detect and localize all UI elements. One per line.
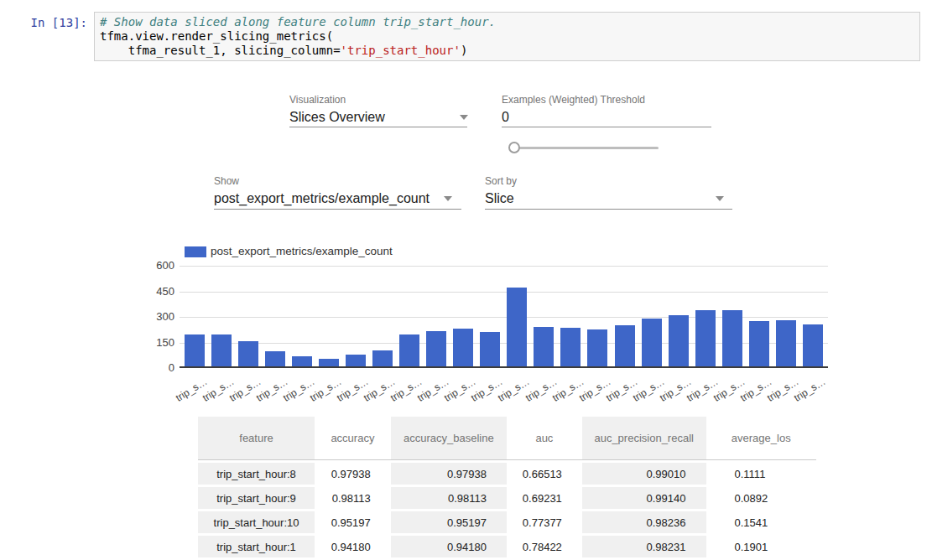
table-cell: 0.99140 xyxy=(582,487,706,511)
table-cell: 0.1541 xyxy=(706,511,817,536)
table-header-row: featureaccuracyaccuracy_baselineaucauc_p… xyxy=(198,417,816,460)
table-cell: 0.66513 xyxy=(507,460,582,487)
column-header[interactable]: accuracy xyxy=(315,417,391,460)
table-row[interactable]: trip_start_hour:100.951970.951970.773770… xyxy=(198,511,816,536)
bar[interactable] xyxy=(776,320,796,366)
code-string: 'trip_start_hour' xyxy=(341,44,461,57)
threshold-input[interactable] xyxy=(502,110,710,125)
metrics-table: featureaccuracyaccuracy_baselineaucauc_p… xyxy=(198,417,816,560)
table-cell: 0.1901 xyxy=(706,536,817,560)
legend-swatch xyxy=(185,246,206,257)
cell-prompt: In [13]: xyxy=(25,16,87,29)
column-header[interactable]: average_los xyxy=(706,417,817,460)
x-axis-baseline xyxy=(180,366,828,368)
table-row[interactable]: trip_start_hour:90.981130.981130.692310.… xyxy=(198,487,816,511)
chevron-down-icon xyxy=(716,196,724,201)
bar[interactable] xyxy=(238,341,258,366)
bar[interactable] xyxy=(265,351,285,366)
code-input-area[interactable]: # Show data sliced along feature column … xyxy=(94,12,920,61)
underline xyxy=(485,209,732,210)
table-cell: 0.1111 xyxy=(706,460,817,487)
table-cell: trip_start_hour:9 xyxy=(198,487,315,511)
metrics-table-container: featureaccuracyaccuracy_baselineaucauc_p… xyxy=(198,417,816,560)
y-tick-label: 600 xyxy=(143,260,174,272)
legend-label: post_export_metrics/example_count xyxy=(211,245,393,257)
y-tick-label: 300 xyxy=(143,311,174,323)
code-comment: # Show data sliced along feature column … xyxy=(100,15,496,29)
underline xyxy=(289,127,467,127)
threshold-label: Examples (Weighted) Threshold xyxy=(502,94,645,106)
visualization-label: Visualization xyxy=(289,94,346,106)
show-value: post_export_metrics/example_count xyxy=(214,191,430,206)
table-cell: 0.98236 xyxy=(582,511,706,536)
underline xyxy=(214,209,461,210)
table-cell: trip_start_hour:8 xyxy=(198,460,315,487)
y-tick-label: 150 xyxy=(143,337,174,349)
underline xyxy=(502,127,711,127)
y-tick-label: 450 xyxy=(143,286,174,298)
bar[interactable] xyxy=(319,359,339,366)
bar[interactable] xyxy=(480,332,500,366)
bar[interactable] xyxy=(722,310,742,366)
bar[interactable] xyxy=(587,329,607,366)
table-cell: 0.78422 xyxy=(507,536,582,560)
bar[interactable] xyxy=(669,315,689,366)
sort-by-label: Sort by xyxy=(485,175,517,187)
sort-by-value: Slice xyxy=(485,191,514,206)
show-label: Show xyxy=(214,175,239,187)
code-text: # Show data sliced along feature column … xyxy=(100,15,914,58)
table-cell: 0.98113 xyxy=(315,487,391,511)
table-body: trip_start_hour:80.979380.979380.665130.… xyxy=(198,460,816,560)
table-cell: 0.98113 xyxy=(391,487,507,511)
table-cell: 0.99010 xyxy=(582,460,706,487)
bar[interactable] xyxy=(426,331,446,366)
bar[interactable] xyxy=(399,334,419,366)
table-cell: trip_start_hour:1 xyxy=(198,536,315,560)
bars xyxy=(180,266,828,366)
chevron-down-icon xyxy=(444,196,452,201)
bar[interactable] xyxy=(695,310,716,366)
bar[interactable] xyxy=(615,325,635,366)
visualization-value: Slices Overview xyxy=(289,110,385,125)
bar[interactable] xyxy=(453,329,473,366)
table-cell: 0.95197 xyxy=(315,511,391,536)
table-row[interactable]: trip_start_hour:10.941800.941800.784220.… xyxy=(198,536,816,560)
bar[interactable] xyxy=(560,328,581,366)
bar[interactable] xyxy=(507,288,527,366)
table-cell: 0.94180 xyxy=(315,536,391,560)
bar[interactable] xyxy=(346,355,366,366)
table-cell: 0.69231 xyxy=(507,487,582,511)
chevron-down-icon xyxy=(460,115,468,120)
bar-chart xyxy=(180,266,828,368)
column-header[interactable]: auc_precision_recall xyxy=(582,417,706,460)
table-cell: 0.98231 xyxy=(582,536,706,560)
threshold-slider-handle[interactable] xyxy=(508,142,520,153)
column-header[interactable]: accuracy_baseline xyxy=(391,417,507,460)
bar[interactable] xyxy=(803,324,823,366)
table-cell: 0.97938 xyxy=(391,460,507,487)
table-cell: 0.97938 xyxy=(315,460,391,487)
y-tick-label: 0 xyxy=(143,362,174,374)
bar[interactable] xyxy=(534,327,554,366)
table-cell: 0.0892 xyxy=(706,487,817,511)
table-row[interactable]: trip_start_hour:80.979380.979380.665130.… xyxy=(198,460,816,487)
table-cell: trip_start_hour:10 xyxy=(198,511,315,536)
bar[interactable] xyxy=(211,334,232,366)
column-header[interactable]: feature xyxy=(198,417,315,460)
bar[interactable] xyxy=(749,321,769,366)
table-cell: 0.94180 xyxy=(391,536,507,560)
bar[interactable] xyxy=(292,356,312,366)
bar[interactable] xyxy=(642,319,662,366)
table-cell: 0.77377 xyxy=(507,511,582,536)
bar[interactable] xyxy=(372,350,393,366)
bar[interactable] xyxy=(185,334,205,366)
table-cell: 0.95197 xyxy=(391,511,507,536)
threshold-slider-track[interactable] xyxy=(513,147,659,149)
column-header[interactable]: auc xyxy=(507,417,582,460)
